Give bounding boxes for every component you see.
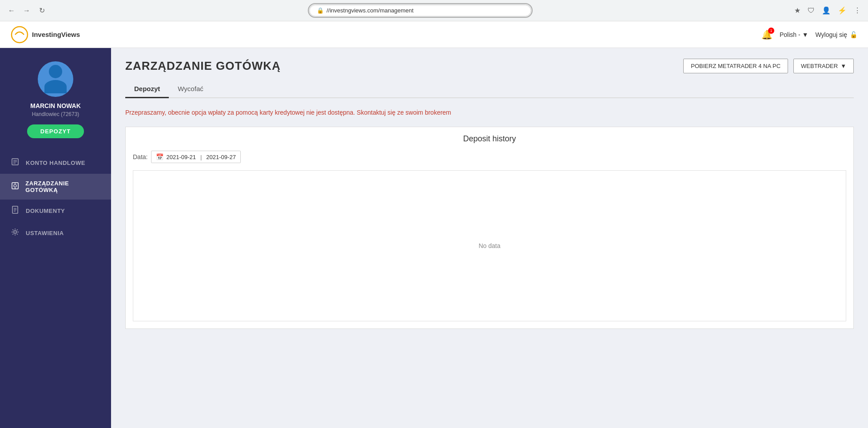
tab-depozyt[interactable]: Depozyt [125, 80, 169, 98]
notification-badge: 1 [768, 28, 774, 34]
menu-icon[interactable]: ⋮ [852, 4, 863, 16]
date-to-value: 2021-09-27 [206, 154, 236, 160]
user-name: MARCIN NOWAK [30, 102, 81, 109]
language-label: Polish - [780, 31, 800, 38]
page-header-row: ZARZĄDZANIE GOTÓWKĄ POBIERZ METATRADER 4… [125, 59, 854, 73]
sidebar-item-konto[interactable]: KONTO HANDLOWE [0, 152, 111, 174]
language-button[interactable]: Polish - ▼ [780, 31, 808, 38]
svg-point-6 [14, 184, 16, 187]
extension-icon[interactable]: ⚡ [836, 4, 848, 16]
deposit-history-section: Deposit history Data: 📅 2021-09-21 | 202… [125, 127, 854, 329]
deposit-history-title: Deposit history [133, 134, 846, 144]
sidebar-item-label-ustawienia: USTAWIENIA [26, 230, 64, 236]
logout-icon: 🔓 [850, 31, 857, 38]
date-separator: | [199, 154, 203, 160]
avatar-person [44, 65, 67, 93]
sidebar-item-zarzadzanie[interactable]: ZARZĄDZANIE GOTÓWKĄ [0, 174, 111, 200]
date-filter-row: Data: 📅 2021-09-21 | 2021-09-27 [133, 151, 846, 163]
reload-button[interactable]: ↻ [36, 4, 48, 17]
sidebar-item-label-dokumenty: DOKUMENTY [26, 208, 65, 214]
page-content: PRZE BYTES ZARZĄDZANIE GOTÓWKĄ POBIERZ M… [111, 48, 868, 428]
sidebar: MARCIN NOWAK Handlowiec (72673) DEPOZYT … [0, 48, 111, 428]
address-bar[interactable]: 🔒 //investngviews.com/management [309, 4, 531, 16]
logo-text: InvestingViews [32, 31, 80, 38]
tab-wycofac[interactable]: Wycofać [169, 80, 212, 98]
ustawienia-icon [11, 228, 20, 238]
app-wrapper: InvestingViews 🔔 1 Polish - ▼ Wyloguj si… [0, 21, 868, 428]
browser-chrome: ← → ↻ 🔒 //investngviews.com/management ★… [0, 0, 868, 21]
logout-button[interactable]: Wyloguj się 🔓 [816, 31, 857, 38]
metatrader-button[interactable]: POBIERZ METATRADER 4 NA PC [683, 59, 788, 73]
shield-icon[interactable]: 🛡 [806, 5, 816, 16]
language-chevron-icon: ▼ [802, 31, 808, 38]
sidebar-item-dokumenty[interactable]: DOKUMENTY [0, 200, 111, 222]
svg-point-0 [12, 27, 28, 43]
date-from-value: 2021-09-21 [166, 154, 196, 160]
avatar [38, 61, 73, 97]
sidebar-nav: KONTO HANDLOWE ZARZĄDZANIE GOTÓWKĄ DOKUM… [0, 152, 111, 244]
calendar-icon: 📅 [156, 153, 163, 160]
header-buttons: POBIERZ METATRADER 4 NA PC WEBTRADER ▼ [683, 59, 854, 73]
page-title: ZARZĄDZANIE GOTÓWKĄ [125, 59, 281, 73]
main-area: MARCIN NOWAK Handlowiec (72673) DEPOZYT … [0, 48, 868, 428]
profile-icon[interactable]: 👤 [820, 4, 832, 16]
chart-area: No data [133, 170, 846, 321]
forward-button[interactable]: → [20, 4, 33, 17]
tabs-row: Depozyt Wycofać [125, 80, 854, 98]
dokumenty-icon [11, 206, 20, 216]
date-input[interactable]: 📅 2021-09-21 | 2021-09-27 [151, 151, 240, 163]
sidebar-item-label-konto: KONTO HANDLOWE [26, 160, 85, 166]
alert-message: Przepraszamy, obecnie opcja wpłaty za po… [125, 98, 854, 123]
webtrader-label: WEBTRADER [801, 63, 838, 69]
content-inner: ZARZĄDZANIE GOTÓWKĄ POBIERZ METATRADER 4… [111, 48, 868, 340]
logo-icon [11, 26, 28, 44]
top-header: InvestingViews 🔔 1 Polish - ▼ Wyloguj si… [0, 21, 868, 48]
sidebar-item-label-zarzadzanie: ZARZĄDZANIE GOTÓWKĄ [25, 180, 100, 193]
bookmark-icon[interactable]: ★ [792, 4, 802, 16]
no-data-text: No data [478, 242, 500, 249]
logout-label: Wyloguj się [816, 31, 847, 38]
deposit-sidebar-button[interactable]: DEPOZYT [27, 124, 84, 138]
zarzadzanie-icon [11, 182, 19, 192]
user-role: Handlowiec (72673) [32, 111, 80, 117]
webtrader-button[interactable]: WEBTRADER ▼ [793, 59, 854, 73]
nav-buttons: ← → ↻ [5, 4, 48, 17]
header-right: 🔔 1 Polish - ▼ Wyloguj się 🔓 [761, 29, 857, 40]
url-text: //investngviews.com/management [326, 7, 414, 14]
logo-area: InvestingViews [11, 26, 80, 44]
browser-actions: ★ 🛡 👤 ⚡ ⋮ [792, 4, 863, 16]
address-bar-security-icon: 🔒 [317, 7, 324, 14]
konto-icon [11, 158, 20, 168]
svg-point-13 [14, 231, 16, 233]
notification-bell[interactable]: 🔔 1 [761, 29, 772, 40]
back-button[interactable]: ← [5, 4, 18, 17]
address-bar-wrap: 🔒 //investngviews.com/management [52, 4, 789, 16]
webtrader-chevron-icon: ▼ [840, 63, 846, 69]
sidebar-item-ustawienia[interactable]: USTAWIENIA [0, 222, 111, 244]
avatar-head [49, 65, 62, 78]
avatar-body [44, 80, 67, 93]
date-label: Data: [133, 153, 147, 160]
